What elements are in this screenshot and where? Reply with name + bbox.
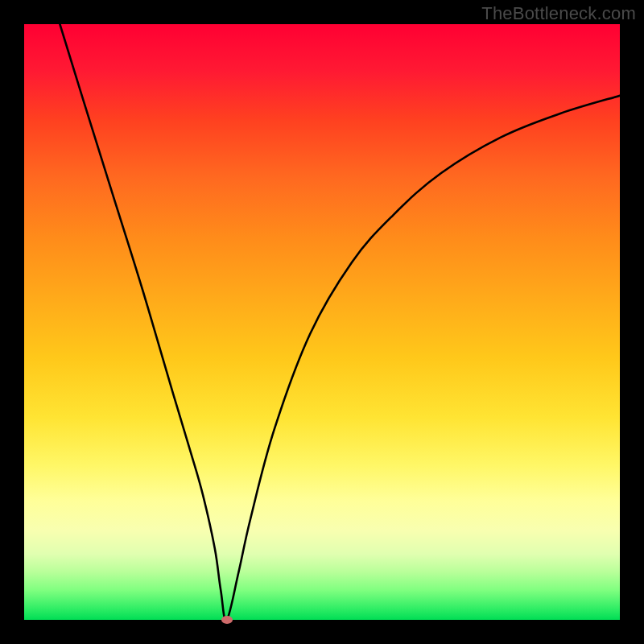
- min-point-dot: [221, 616, 233, 624]
- chart-gradient-area: [24, 24, 620, 620]
- watermark-text: TheBottleneck.com: [481, 3, 636, 24]
